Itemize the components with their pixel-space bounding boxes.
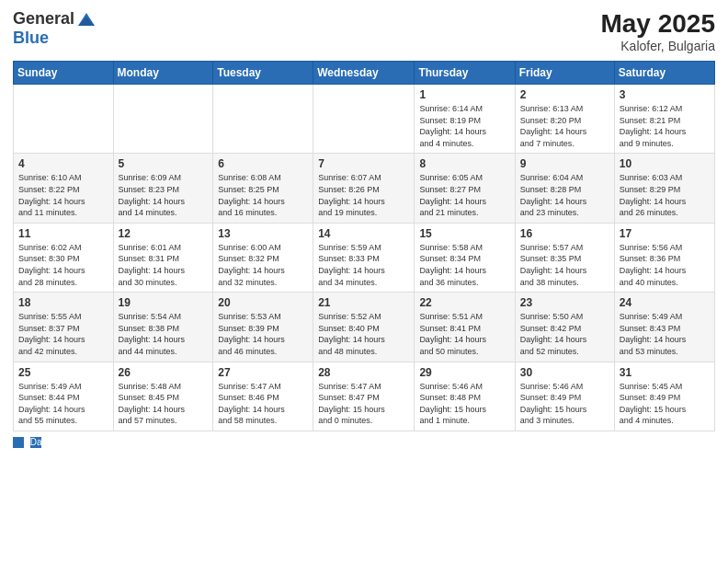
calendar-week-row-2: 4Sunrise: 6:10 AM Sunset: 8:22 PM Daylig… [14,154,715,223]
calendar-cell: 22Sunrise: 5:51 AM Sunset: 8:41 PM Dayli… [415,293,515,362]
day-number: 12 [119,227,209,240]
calendar-header-row: Sunday Monday Tuesday Wednesday Thursday… [14,62,715,85]
calendar-cell: 2Sunrise: 6:13 AM Sunset: 8:20 PM Daylig… [515,85,614,154]
calendar-cell: 30Sunrise: 5:46 AM Sunset: 8:49 PM Dayli… [515,362,614,431]
day-info: Sunrise: 5:49 AM Sunset: 8:43 PM Dayligh… [620,311,710,357]
day-info: Sunrise: 6:01 AM Sunset: 8:31 PM Dayligh… [119,242,209,288]
calendar-cell: 8Sunrise: 6:05 AM Sunset: 8:27 PM Daylig… [415,154,515,223]
main-title: May 2025 [600,9,715,39]
calendar-cell: 18Sunrise: 5:55 AM Sunset: 8:37 PM Dayli… [14,293,114,362]
day-info: Sunrise: 5:55 AM Sunset: 8:37 PM Dayligh… [18,311,108,357]
day-number: 20 [218,296,308,309]
day-number: 6 [218,157,308,170]
calendar-table: Sunday Monday Tuesday Wednesday Thursday… [13,61,715,431]
day-number: 4 [18,157,108,170]
calendar-cell [14,85,114,154]
day-info: Sunrise: 6:13 AM Sunset: 8:20 PM Dayligh… [520,103,609,149]
calendar-cell: 27Sunrise: 5:47 AM Sunset: 8:46 PM Dayli… [213,362,313,431]
logo-icon [76,9,97,29]
day-number: 7 [318,157,409,170]
day-info: Sunrise: 5:50 AM Sunset: 8:42 PM Dayligh… [520,311,609,357]
footer-note: Daylight hours [13,437,715,448]
col-wednesday: Wednesday [313,62,415,85]
day-number: 10 [620,157,710,170]
daylight-color-swatch [13,437,24,448]
calendar-cell: 26Sunrise: 5:48 AM Sunset: 8:45 PM Dayli… [113,362,213,431]
col-tuesday: Tuesday [213,62,313,85]
day-number: 16 [520,227,609,240]
day-number: 21 [318,296,409,309]
day-info: Sunrise: 6:04 AM Sunset: 8:28 PM Dayligh… [520,172,609,218]
col-saturday: Saturday [614,62,714,85]
day-number: 17 [620,227,710,240]
calendar-cell: 9Sunrise: 6:04 AM Sunset: 8:28 PM Daylig… [515,154,614,223]
day-info: Sunrise: 5:48 AM Sunset: 8:45 PM Dayligh… [119,381,209,427]
day-info: Sunrise: 6:08 AM Sunset: 8:25 PM Dayligh… [218,172,308,218]
col-thursday: Thursday [415,62,515,85]
day-number: 19 [119,296,209,309]
calendar-cell: 20Sunrise: 5:53 AM Sunset: 8:39 PM Dayli… [213,293,313,362]
calendar-cell: 15Sunrise: 5:58 AM Sunset: 8:34 PM Dayli… [415,223,515,292]
day-info: Sunrise: 6:14 AM Sunset: 8:19 PM Dayligh… [419,103,509,149]
day-number: 8 [419,157,509,170]
logo-general-text: General [13,10,74,29]
day-info: Sunrise: 6:10 AM Sunset: 8:22 PM Dayligh… [18,172,108,218]
day-info: Sunrise: 5:46 AM Sunset: 8:48 PM Dayligh… [419,381,509,427]
footer-label: Daylight hours [30,437,41,448]
calendar-week-row-1: 1Sunrise: 6:14 AM Sunset: 8:19 PM Daylig… [14,85,715,154]
calendar-cell: 28Sunrise: 5:47 AM Sunset: 8:47 PM Dayli… [313,362,415,431]
day-number: 3 [620,88,710,101]
day-number: 9 [520,157,609,170]
day-info: Sunrise: 5:45 AM Sunset: 8:49 PM Dayligh… [620,381,710,427]
calendar-cell: 10Sunrise: 6:03 AM Sunset: 8:29 PM Dayli… [614,154,714,223]
day-info: Sunrise: 6:02 AM Sunset: 8:30 PM Dayligh… [18,242,108,288]
day-number: 15 [419,227,509,240]
calendar-cell: 1Sunrise: 6:14 AM Sunset: 8:19 PM Daylig… [415,85,515,154]
day-info: Sunrise: 5:59 AM Sunset: 8:33 PM Dayligh… [318,242,409,288]
day-info: Sunrise: 5:51 AM Sunset: 8:41 PM Dayligh… [419,311,509,357]
calendar-cell: 7Sunrise: 6:07 AM Sunset: 8:26 PM Daylig… [313,154,415,223]
calendar-cell: 19Sunrise: 5:54 AM Sunset: 8:38 PM Dayli… [113,293,213,362]
calendar-cell: 31Sunrise: 5:45 AM Sunset: 8:49 PM Dayli… [614,362,714,431]
day-number: 28 [318,366,409,379]
calendar-cell [313,85,415,154]
day-info: Sunrise: 5:47 AM Sunset: 8:46 PM Dayligh… [218,381,308,427]
calendar-cell [213,85,313,154]
page: General Blue May 2025 Kalofer, Bulgaria … [0,0,728,563]
day-number: 31 [620,366,710,379]
calendar-week-row-4: 18Sunrise: 5:55 AM Sunset: 8:37 PM Dayli… [14,293,715,362]
day-info: Sunrise: 5:46 AM Sunset: 8:49 PM Dayligh… [520,381,609,427]
day-number: 13 [218,227,308,240]
header: General Blue May 2025 Kalofer, Bulgaria [13,9,715,53]
calendar-cell: 5Sunrise: 6:09 AM Sunset: 8:23 PM Daylig… [113,154,213,223]
col-sunday: Sunday [14,62,114,85]
calendar-cell: 3Sunrise: 6:12 AM Sunset: 8:21 PM Daylig… [614,85,714,154]
logo-text: General Blue [13,9,97,48]
day-info: Sunrise: 6:12 AM Sunset: 8:21 PM Dayligh… [620,103,710,149]
day-number: 26 [119,366,209,379]
day-number: 30 [520,366,609,379]
day-number: 29 [419,366,509,379]
calendar-cell: 17Sunrise: 5:56 AM Sunset: 8:36 PM Dayli… [614,223,714,292]
day-info: Sunrise: 5:54 AM Sunset: 8:38 PM Dayligh… [119,311,209,357]
day-number: 27 [218,366,308,379]
day-number: 14 [318,227,409,240]
day-number: 5 [119,157,209,170]
calendar-cell: 13Sunrise: 6:00 AM Sunset: 8:32 PM Dayli… [213,223,313,292]
day-number: 23 [520,296,609,309]
day-number: 18 [18,296,108,309]
day-number: 1 [419,88,509,101]
calendar-cell: 14Sunrise: 5:59 AM Sunset: 8:33 PM Dayli… [313,223,415,292]
day-info: Sunrise: 5:49 AM Sunset: 8:44 PM Dayligh… [18,381,108,427]
day-info: Sunrise: 6:05 AM Sunset: 8:27 PM Dayligh… [419,172,509,218]
calendar-cell: 25Sunrise: 5:49 AM Sunset: 8:44 PM Dayli… [14,362,114,431]
calendar-cell: 23Sunrise: 5:50 AM Sunset: 8:42 PM Dayli… [515,293,614,362]
day-info: Sunrise: 6:03 AM Sunset: 8:29 PM Dayligh… [620,172,710,218]
day-number: 2 [520,88,609,101]
day-info: Sunrise: 5:47 AM Sunset: 8:47 PM Dayligh… [318,381,409,427]
calendar-week-row-5: 25Sunrise: 5:49 AM Sunset: 8:44 PM Dayli… [14,362,715,431]
title-block: May 2025 Kalofer, Bulgaria [600,9,715,53]
col-friday: Friday [515,62,614,85]
calendar-cell [113,85,213,154]
calendar-cell: 24Sunrise: 5:49 AM Sunset: 8:43 PM Dayli… [614,293,714,362]
